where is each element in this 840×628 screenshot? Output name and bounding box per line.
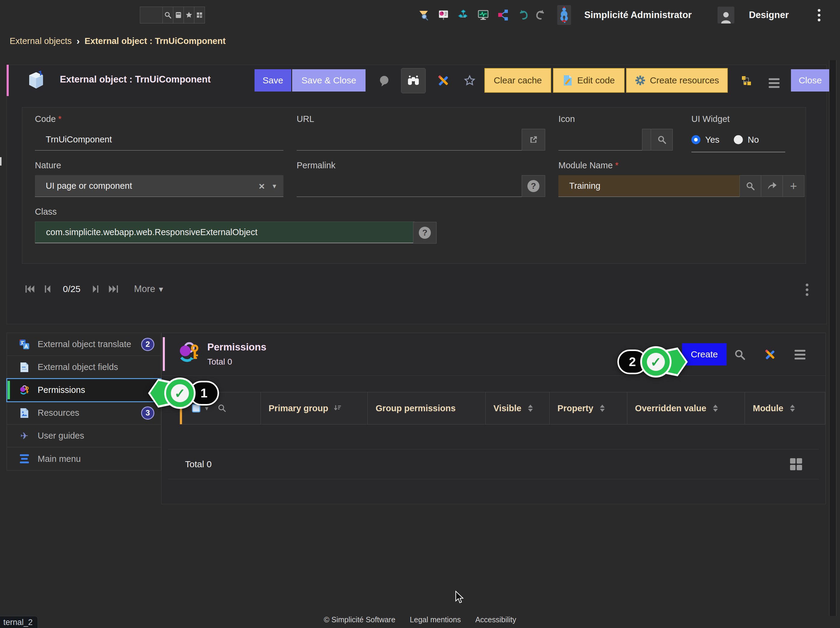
breadcrumb-parent[interactable]: External objects [9, 36, 72, 46]
redo-icon[interactable] [535, 9, 547, 21]
check-icon: ✓ [171, 384, 189, 402]
tab-external-object-fields[interactable]: External object fields [7, 356, 161, 379]
first-record-icon[interactable] [24, 283, 35, 294]
tab-external-object-translate[interactable]: External object translate 2 [7, 333, 161, 356]
class-help-button[interactable]: ? [413, 222, 437, 244]
module-name-input[interactable]: Training + [558, 175, 805, 197]
favorites-star-icon[interactable] [183, 7, 194, 23]
binoculars-search-button[interactable] [401, 68, 426, 93]
genie-logo-icon[interactable] [557, 5, 571, 25]
permissions-panel-header: Permissions Total 0 Create [161, 333, 826, 376]
crossed-tools-icon[interactable] [763, 348, 777, 361]
open-url-button[interactable] [522, 129, 545, 150]
last-record-icon[interactable] [108, 283, 119, 294]
icon-search-button[interactable] [651, 129, 673, 150]
pager-kebab-icon[interactable] [806, 283, 808, 296]
dashboard-icon[interactable] [437, 9, 450, 21]
search-icon[interactable] [733, 348, 747, 361]
column-overridden-value[interactable]: Overridden value [627, 392, 745, 424]
column-module[interactable]: Module [745, 392, 825, 424]
code-label: Code [35, 114, 56, 124]
chevron-down-icon[interactable]: ▾ [273, 182, 276, 190]
tree-view-icon[interactable] [740, 74, 753, 87]
filter-search-icon[interactable] [418, 9, 429, 21]
monitor-icon[interactable] [477, 9, 489, 21]
topbar-quick-icons: Simplicité Administrator Designer [418, 4, 821, 26]
user-avatar[interactable] [718, 6, 734, 24]
tab-label: Resources [38, 408, 79, 418]
icon-input[interactable] [558, 129, 673, 150]
check-circle-icon: ✓ [640, 346, 671, 378]
scrollbar-track[interactable] [829, 60, 836, 616]
apps-grid-icon[interactable] [194, 7, 205, 23]
comment-bubble-icon[interactable] [377, 74, 391, 87]
nature-select[interactable]: UI page or component × ▾ [35, 175, 283, 197]
column-label: Overridden value [635, 403, 706, 413]
previous-record-icon[interactable] [43, 283, 53, 294]
resources-icon [19, 408, 30, 418]
module-add-button[interactable]: + [783, 175, 805, 197]
table-footer: Total 0 [168, 449, 819, 479]
permalink-help-button[interactable]: ? [522, 175, 545, 197]
ui-widget-no-radio[interactable]: No [734, 135, 759, 145]
relation-tabs: External object translate 2 External obj… [6, 333, 161, 471]
column-label: Visible [493, 403, 521, 413]
column-group-permissions[interactable]: Group permissions [367, 392, 485, 424]
check-icon: ✓ [647, 353, 665, 371]
hamburger-menu-icon[interactable] [793, 348, 807, 361]
hamburger-menu-icon[interactable] [767, 76, 781, 90]
tab-permissions[interactable]: Permissions [7, 379, 161, 402]
plus-icon: + [790, 179, 797, 193]
chevron-down-icon: ▾ [159, 284, 163, 294]
url-input[interactable] [297, 129, 545, 150]
card-view-icon[interactable] [173, 7, 183, 23]
more-menu[interactable]: More ▾ [134, 283, 163, 294]
search-input[interactable] [140, 7, 163, 23]
user-role[interactable]: Designer [749, 9, 789, 21]
save-and-close-button[interactable]: Save & Close [292, 69, 366, 92]
ui-widget-yes-radio[interactable]: Yes [692, 135, 719, 145]
global-search-group [140, 6, 205, 24]
tab-user-guides[interactable]: ✈ User guides [7, 424, 161, 448]
radio-checked-icon [692, 135, 700, 144]
breadcrumb: External objects › External object : Trn… [9, 36, 226, 47]
sort-desc-icon [333, 404, 342, 413]
permissions-table-header: ▾ Primary group Group permissions Visibl… [180, 392, 825, 424]
module-open-button[interactable] [761, 175, 783, 197]
form-panel: Code* TrnUiComponent URL Icon [22, 107, 806, 264]
check-circle-icon: ✓ [164, 378, 196, 409]
save-button[interactable]: Save [254, 69, 291, 92]
code-input[interactable]: TrnUiComponent [35, 129, 283, 150]
permalink-input[interactable]: ? [297, 175, 545, 197]
create-resources-label: Create resources [650, 75, 719, 85]
column-primary-group[interactable]: Primary group [261, 392, 368, 424]
undo-icon[interactable] [517, 9, 529, 21]
create-button[interactable]: Create [682, 343, 726, 365]
search-icon[interactable] [163, 7, 173, 23]
object-form-card: External object : TrnUiComponent Save Sa… [6, 65, 827, 324]
objects-3d-icon[interactable] [457, 9, 469, 21]
accessibility-link[interactable]: Accessibility [475, 615, 516, 624]
field-icon: Icon [558, 114, 673, 150]
legal-mentions-link[interactable]: Legal mentions [410, 615, 461, 624]
tab-resources[interactable]: Resources 3 [7, 402, 161, 424]
edit-code-button[interactable]: Edit code [553, 68, 625, 93]
grid-view-icon[interactable] [790, 458, 802, 470]
kebab-menu-icon[interactable] [818, 9, 821, 21]
graph-share-icon[interactable] [497, 9, 509, 21]
ui-widget-underline [692, 152, 785, 152]
crossed-tools-icon[interactable] [437, 74, 450, 87]
favorite-star-icon[interactable] [463, 74, 476, 87]
clear-cache-button[interactable]: Clear cache [485, 68, 551, 93]
sort-icon [600, 405, 605, 412]
close-button[interactable]: Close [791, 69, 829, 92]
clear-selection-icon[interactable]: × [259, 180, 265, 192]
tab-main-menu[interactable]: Main menu [7, 448, 161, 470]
module-search-button[interactable] [739, 175, 761, 197]
class-input[interactable]: com.simplicite.webapp.web.ResponsiveExte… [35, 221, 415, 243]
column-property[interactable]: Property [549, 392, 627, 424]
next-record-icon[interactable] [90, 283, 101, 294]
panel-title: Permissions [207, 342, 266, 353]
create-resources-button[interactable]: Create resources [626, 68, 728, 93]
column-visible[interactable]: Visible [485, 392, 549, 424]
